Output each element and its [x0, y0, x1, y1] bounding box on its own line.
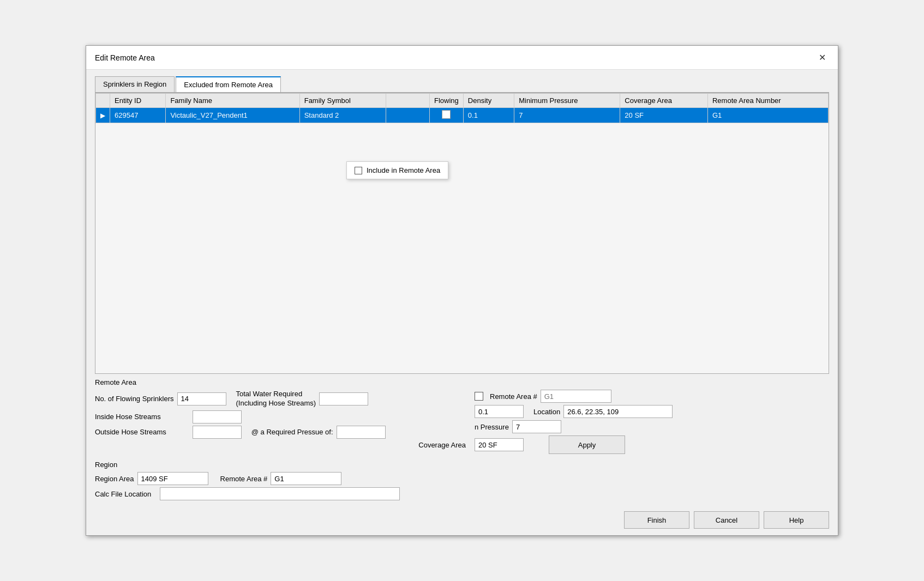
calc-file-row: Calc File Location [95, 487, 829, 500]
density-input[interactable] [475, 405, 524, 418]
location-label: Location [533, 408, 560, 416]
main-forms-area: No. of Flowing Sprinklers Total Water Re… [95, 390, 829, 456]
flowing-checkbox[interactable] [442, 110, 451, 119]
bottom-buttons: Finish Cancel Help [95, 507, 829, 529]
col-header-family-symbol: Family Symbol [299, 94, 386, 108]
cell-density: 0.1 [463, 108, 514, 123]
calc-file-input[interactable] [160, 487, 400, 500]
right-col: Remote Area # Location n Pressure [475, 390, 829, 456]
close-button[interactable]: ✕ [815, 51, 829, 64]
help-button[interactable]: Help [764, 511, 829, 529]
region-remote-area-num-label: Remote Area # [220, 475, 268, 483]
outside-hose-label: Outside Hose Streams [95, 428, 166, 436]
region-area-input[interactable] [137, 472, 208, 485]
n-pressure-input[interactable] [512, 420, 561, 433]
remote-area-label: Remote Area [95, 378, 829, 386]
tab-bar: Sprinklers in Region Excluded from Remot… [95, 76, 829, 93]
sprinkler-table-container: Entity ID Family Name Family Symbol Flow… [95, 93, 829, 374]
tab-excluded-from-remote-area[interactable]: Excluded from Remote Area [176, 76, 281, 92]
tab-sprinklers-in-region[interactable]: Sprinklers in Region [95, 76, 175, 92]
cell-remote-area-number: G1 [707, 108, 828, 123]
n-pressure-label: n Pressure [475, 423, 509, 431]
n-pressure-row: n Pressure [475, 420, 829, 433]
flowing-sprinklers-row: No. of Flowing Sprinklers Total Water Re… [95, 390, 466, 408]
col-header-flowing: Flowing [430, 94, 464, 108]
left-col: No. of Flowing Sprinklers Total Water Re… [95, 390, 466, 456]
total-water-label: Total Water Required (Including Hose Str… [236, 390, 316, 408]
remote-area-section: Remote Area No. of Flowing Sprinklers To… [95, 378, 829, 529]
region-remote-area-num-input[interactable] [271, 472, 341, 485]
remote-area-num-row: Remote Area # [475, 390, 829, 403]
at-required-pressure-label: @ a Required Pressue of: [251, 428, 333, 436]
outside-hose-input[interactable] [193, 426, 242, 439]
coverage-area-label-left: Coverage Area [418, 441, 466, 449]
context-menu-checkbox[interactable] [355, 167, 362, 174]
total-water-input[interactable] [319, 392, 368, 406]
title-bar: Edit Remote Area ✕ [86, 46, 838, 70]
col-header-min-pressure: Minimum Pressure [514, 94, 620, 108]
dialog-body: Sprinklers in Region Excluded from Remot… [86, 70, 838, 535]
cell-flowing [430, 108, 464, 123]
context-menu-label[interactable]: Include in Remote Area [367, 166, 440, 174]
col-header-entity-id: Entity ID [110, 94, 166, 108]
row-indicator: ▶ [96, 108, 110, 123]
coverage-area-row: Coverage Area [95, 441, 466, 449]
region-section: Region Region Area Remote Area # Calc Fi… [95, 461, 829, 500]
region-area-row: Region Area Remote Area # [95, 472, 829, 485]
cancel-button[interactable]: Cancel [694, 511, 759, 529]
context-menu: Include in Remote Area [346, 161, 448, 179]
dialog-title: Edit Remote Area [95, 53, 155, 62]
remote-area-num-label: Remote Area # [490, 392, 537, 401]
cell-family-symbol: Standard 2 [299, 108, 386, 123]
cell-family-name: Victaulic_V27_Pendent1 [166, 108, 299, 123]
outside-hose-row: Outside Hose Streams @ a Required Pressu… [95, 426, 466, 439]
location-input[interactable] [563, 405, 673, 418]
density-location-row: Location [475, 405, 829, 418]
cell-entity-id: 629547 [110, 108, 166, 123]
col-header-family-name: Family Name [166, 94, 299, 108]
col-header-density: Density [463, 94, 514, 108]
sprinkler-table: Entity ID Family Name Family Symbol Flow… [95, 93, 829, 123]
cell-coverage-area: 20 SF [620, 108, 708, 123]
col-header-row-ind [96, 94, 110, 108]
no-flowing-sprinklers-input[interactable] [177, 392, 226, 406]
col-header-col5 [386, 94, 430, 108]
cell-min-pressure: 7 [514, 108, 620, 123]
region-area-label: Region Area [95, 475, 134, 483]
table-row[interactable]: ▶ 629547 Victaulic_V27_Pendent1 Standard… [96, 108, 829, 123]
cell-col5 [386, 108, 430, 123]
coverage-area-input[interactable] [475, 438, 524, 451]
col-header-remote-area-number: Remote Area Number [707, 94, 828, 108]
inside-hose-input[interactable] [193, 410, 242, 423]
coverage-area-value-row: Apply [475, 435, 829, 454]
apply-button[interactable]: Apply [549, 435, 625, 454]
no-flowing-sprinklers-label: No. of Flowing Sprinklers [95, 395, 174, 403]
region-section-label: Region [95, 461, 829, 469]
finish-button[interactable]: Finish [624, 511, 689, 529]
remote-area-checkbox[interactable] [475, 392, 483, 401]
inside-hose-label: Inside Hose Streams [95, 413, 161, 421]
at-required-pressure-input[interactable] [337, 426, 386, 439]
col-header-coverage-area: Coverage Area [620, 94, 708, 108]
edit-remote-area-dialog: Edit Remote Area ✕ Sprinklers in Region … [86, 45, 838, 536]
inside-hose-row: Inside Hose Streams [95, 410, 466, 423]
remote-area-num-input[interactable] [541, 390, 611, 403]
calc-file-label: Calc File Location [95, 490, 151, 498]
